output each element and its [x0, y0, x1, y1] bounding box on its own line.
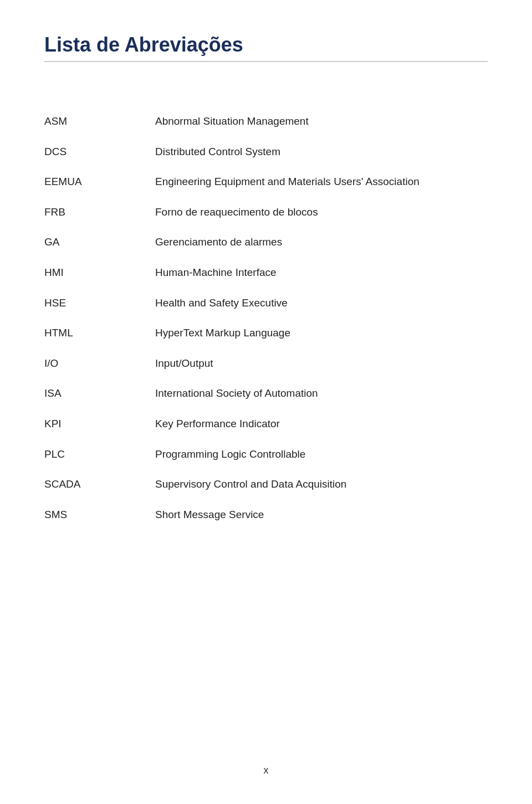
table-row: ISAInternational Society of Automation	[44, 378, 488, 409]
abbreviation-key: HTML	[44, 318, 155, 349]
abbreviation-definition: Health and Safety Executive	[155, 288, 488, 319]
table-row: HTMLHyperText Markup Language	[44, 318, 488, 349]
abbreviation-key: ASM	[44, 106, 155, 137]
table-row: PLCProgramming Logic Controllable	[44, 439, 488, 470]
table-row: GAGerenciamento de alarmes	[44, 227, 488, 258]
abbreviation-key: FRB	[44, 197, 155, 228]
abbreviation-key: SCADA	[44, 469, 155, 500]
abbreviations-table: ASMAbnormal Situation ManagementDCSDistr…	[44, 106, 488, 530]
table-row: I/OInput/Output	[44, 349, 488, 379]
abbreviation-definition: Forno de reaquecimento de blocos	[155, 197, 488, 228]
abbreviation-key: SMS	[44, 500, 155, 530]
abbreviation-key: HMI	[44, 258, 155, 288]
table-row: SCADASupervisory Control and Data Acquis…	[44, 469, 488, 500]
abbreviation-definition: Engineering Equipment and Materials User…	[155, 167, 488, 197]
abbreviation-key: ISA	[44, 378, 155, 409]
page: Lista de Abreviações ASMAbnormal Situati…	[0, 0, 532, 804]
table-row: KPIKey Performance Indicator	[44, 409, 488, 439]
abbreviation-definition: Programming Logic Controllable	[155, 439, 488, 470]
abbreviation-key: DCS	[44, 137, 155, 167]
page-title: Lista de Abreviações	[44, 33, 488, 57]
table-row: ASMAbnormal Situation Management	[44, 106, 488, 137]
abbreviation-definition: International Society of Automation	[155, 378, 488, 409]
abbreviation-definition: HyperText Markup Language	[155, 318, 488, 349]
abbreviation-key: I/O	[44, 349, 155, 379]
table-row: DCSDistributed Control System	[44, 137, 488, 167]
abbreviation-key: EEMUA	[44, 167, 155, 197]
abbreviation-definition: Key Performance Indicator	[155, 409, 488, 439]
page-number: x	[264, 765, 269, 776]
table-row: EEMUAEngineering Equipment and Materials…	[44, 167, 488, 197]
abbreviation-definition: Abnormal Situation Management	[155, 106, 488, 137]
abbreviation-key: PLC	[44, 439, 155, 470]
abbreviation-key: KPI	[44, 409, 155, 439]
title-divider	[44, 61, 488, 62]
abbreviation-definition: Distributed Control System	[155, 137, 488, 167]
table-row: HSEHealth and Safety Executive	[44, 288, 488, 319]
table-row: HMIHuman-Machine Interface	[44, 258, 488, 288]
table-row: SMSShort Message Service	[44, 500, 488, 530]
abbreviation-definition: Supervisory Control and Data Acquisition	[155, 469, 488, 500]
abbreviation-definition: Human-Machine Interface	[155, 258, 488, 288]
abbreviation-definition: Input/Output	[155, 349, 488, 379]
abbreviation-key: HSE	[44, 288, 155, 319]
abbreviation-definition: Short Message Service	[155, 500, 488, 530]
abbreviation-key: GA	[44, 227, 155, 258]
table-row: FRBForno de reaquecimento de blocos	[44, 197, 488, 228]
abbreviation-definition: Gerenciamento de alarmes	[155, 227, 488, 258]
